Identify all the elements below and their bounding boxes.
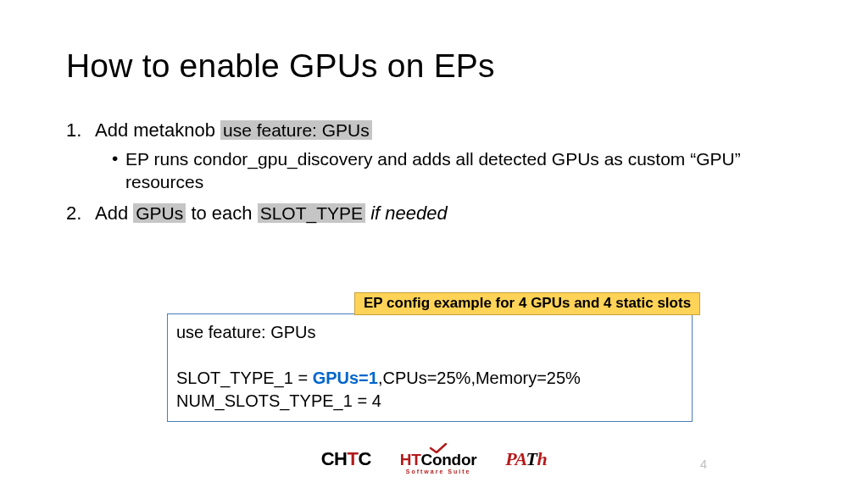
logo-text: Condor xyxy=(421,451,477,469)
logo-text: CH xyxy=(321,448,348,469)
path-logo: PATh xyxy=(505,448,547,470)
list-text: Add metaknob use feature: GPUs xyxy=(95,119,817,142)
callout-label: EP config example for 4 GPUs and 4 stati… xyxy=(354,292,700,315)
config-line: SLOT_TYPE_1 = GPUs=1,CPUs=25%,Memory=25% xyxy=(176,367,683,390)
config-box: use feature: GPUs SLOT_TYPE_1 = GPUs=1,C… xyxy=(167,313,693,422)
logo-subtitle: Software Suite xyxy=(400,469,476,474)
text: EP runs xyxy=(125,149,193,169)
list-number: 2. xyxy=(66,202,95,225)
slide-title: How to enable GPUs on EPs xyxy=(66,47,495,85)
config-blank xyxy=(176,344,683,367)
text: to each xyxy=(186,202,257,224)
logo-text: T xyxy=(526,448,537,469)
sub-text: EP runs condor_gpu_discovery and adds al… xyxy=(125,147,817,194)
list-number: 1. xyxy=(66,119,95,142)
text: Add metaknob xyxy=(95,119,220,141)
list-text: Add GPUs to each SLOT_TYPE if needed xyxy=(95,202,817,225)
logo-text: HT xyxy=(400,451,421,469)
text: Add xyxy=(95,202,133,224)
logo-row: CHTC HTCondor Software Suite PATh xyxy=(0,443,868,474)
sub-item-1: • EP runs condor_gpu_discovery and adds … xyxy=(112,147,817,194)
text: SLOT_TYPE_1 = xyxy=(176,369,313,387)
config-line: use feature: GPUs xyxy=(176,321,683,344)
config-highlight: GPUs=1 xyxy=(313,369,378,387)
list-item-2: 2. Add GPUs to each SLOT_TYPE if needed xyxy=(66,202,817,225)
logo-text: HTCondor xyxy=(400,452,476,468)
command-text: condor_gpu_discovery xyxy=(193,149,372,169)
italic-text: if needed xyxy=(370,202,448,224)
htcondor-logo: HTCondor Software Suite xyxy=(400,443,476,474)
logo-text: PA xyxy=(505,448,526,469)
inline-code: use feature: GPUs xyxy=(220,120,372,140)
text: ,CPUs=25%,Memory=25% xyxy=(378,369,581,387)
slide: How to enable GPUs on EPs 1. Add metakno… xyxy=(0,0,868,488)
logo-text: C xyxy=(358,448,370,469)
chtc-logo: CHTC xyxy=(321,448,371,470)
page-number: 4 xyxy=(700,457,707,471)
slide-body: 1. Add metaknob use feature: GPUs • EP r… xyxy=(66,119,817,230)
logo-text: h xyxy=(537,448,548,469)
bullet: • xyxy=(112,147,125,194)
inline-code: SLOT_TYPE xyxy=(258,203,365,223)
list-item-1: 1. Add metaknob use feature: GPUs xyxy=(66,119,817,142)
inline-code: GPUs xyxy=(133,203,186,223)
config-line: NUM_SLOTS_TYPE_1 = 4 xyxy=(176,390,683,413)
logo-text: T xyxy=(347,448,358,470)
